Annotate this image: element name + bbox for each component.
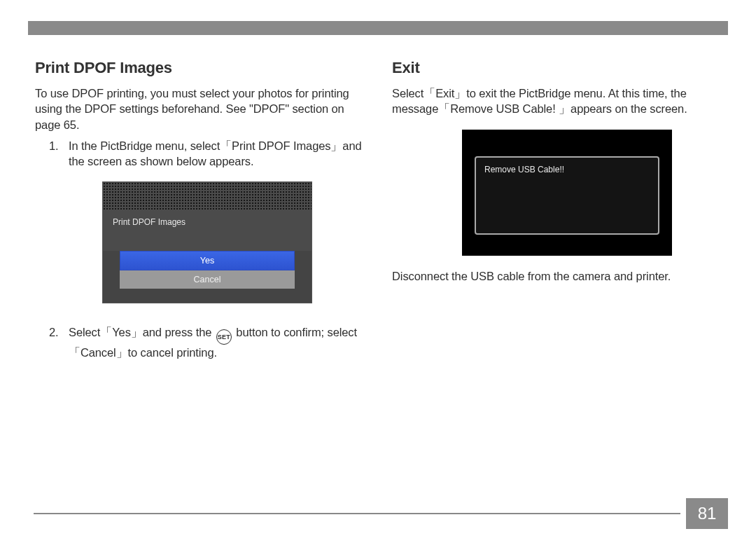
page-footer: 81 [34, 498, 728, 529]
menu-option-cancel: Cancel [120, 270, 295, 289]
after-text-right: Disconnect the USB cable from the camera… [392, 268, 721, 284]
exit-message-text: Remove USB Cable!! [484, 165, 564, 174]
page-number: 81 [686, 498, 728, 529]
step-2-text-a: Select「Yes」and press the [69, 326, 215, 338]
steps-list: In the PictBridge menu, select「Print DPO… [35, 138, 364, 170]
heading-exit: Exit [392, 59, 721, 77]
intro-text-left: To use DPOF printing, you must select yo… [35, 85, 364, 132]
screenshot-title: Print DPOF Images [103, 210, 312, 234]
right-column: Exit Select「Exit」to exit the PictBridge … [392, 59, 721, 365]
exit-screenshot: Remove USB Cable!! [462, 130, 672, 256]
step-2: Select「Yes」and press the SET button to c… [35, 324, 364, 360]
heading-print-dpof: Print DPOF Images [35, 59, 364, 77]
step-1: In the PictBridge menu, select「Print DPO… [35, 138, 364, 170]
content-area: Print DPOF Images To use DPOF printing, … [28, 35, 728, 365]
menu-option-yes: Yes [120, 251, 295, 270]
dpof-menu-screenshot: Print DPOF Images Yes Cancel [102, 181, 312, 303]
set-button-icon: SET [216, 329, 232, 345]
manual-page: Print DPOF Images To use DPOF printing, … [28, 21, 728, 529]
screenshot-texture [103, 182, 312, 210]
left-column: Print DPOF Images To use DPOF printing, … [35, 59, 364, 365]
steps-list-2: Select「Yes」and press the SET button to c… [35, 324, 364, 360]
page-top-bar [28, 21, 728, 35]
exit-message-box: Remove USB Cable!! [475, 156, 659, 235]
footer-rule [34, 513, 680, 514]
intro-text-right: Select「Exit」to exit the PictBridge menu.… [392, 85, 721, 117]
